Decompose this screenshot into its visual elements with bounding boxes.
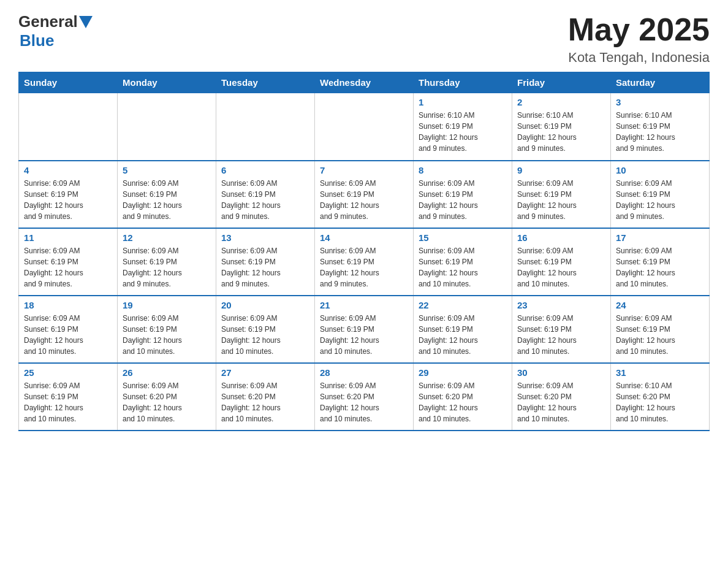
calendar-cell: 30Sunrise: 6:09 AMSunset: 6:20 PMDayligh… bbox=[512, 363, 611, 431]
calendar-cell: 8Sunrise: 6:09 AMSunset: 6:19 PMDaylight… bbox=[414, 161, 512, 228]
calendar-cell: 12Sunrise: 6:09 AMSunset: 6:19 PMDayligh… bbox=[118, 228, 216, 296]
day-header-sunday: Sunday bbox=[19, 72, 118, 93]
day-info: Sunrise: 6:09 AMSunset: 6:19 PMDaylight:… bbox=[24, 178, 112, 222]
page-header: General Blue May 2025 Kota Tengah, Indon… bbox=[18, 12, 710, 66]
day-info: Sunrise: 6:09 AMSunset: 6:19 PMDaylight:… bbox=[221, 313, 309, 357]
calendar-cell: 9Sunrise: 6:09 AMSunset: 6:19 PMDaylight… bbox=[512, 161, 611, 228]
calendar-cell: 5Sunrise: 6:09 AMSunset: 6:19 PMDaylight… bbox=[118, 161, 216, 228]
day-number: 3 bbox=[616, 97, 704, 107]
day-header-saturday: Saturday bbox=[611, 72, 710, 93]
calendar-cell: 2Sunrise: 6:10 AMSunset: 6:19 PMDaylight… bbox=[512, 93, 611, 161]
logo-blue-text: Blue bbox=[20, 31, 54, 50]
day-number: 9 bbox=[517, 165, 605, 175]
calendar-header-row: SundayMondayTuesdayWednesdayThursdayFrid… bbox=[19, 72, 710, 93]
calendar-week-row: 18Sunrise: 6:09 AMSunset: 6:19 PMDayligh… bbox=[19, 296, 710, 363]
day-number: 13 bbox=[221, 232, 309, 243]
day-info: Sunrise: 6:10 AMSunset: 6:19 PMDaylight:… bbox=[419, 110, 507, 154]
day-info: Sunrise: 6:09 AMSunset: 6:19 PMDaylight:… bbox=[320, 178, 408, 222]
day-info: Sunrise: 6:09 AMSunset: 6:19 PMDaylight:… bbox=[419, 178, 507, 222]
day-header-monday: Monday bbox=[118, 72, 216, 93]
day-number: 28 bbox=[320, 367, 408, 378]
day-number: 29 bbox=[419, 367, 507, 378]
calendar-cell: 24Sunrise: 6:09 AMSunset: 6:19 PMDayligh… bbox=[611, 296, 710, 363]
day-info: Sunrise: 6:09 AMSunset: 6:19 PMDaylight:… bbox=[419, 245, 507, 289]
calendar-cell: 23Sunrise: 6:09 AMSunset: 6:19 PMDayligh… bbox=[512, 296, 611, 363]
day-number: 30 bbox=[517, 367, 605, 378]
day-number: 19 bbox=[123, 300, 211, 310]
calendar-cell: 4Sunrise: 6:09 AMSunset: 6:19 PMDaylight… bbox=[19, 161, 118, 228]
calendar-cell: 3Sunrise: 6:10 AMSunset: 6:19 PMDaylight… bbox=[611, 93, 710, 161]
day-number: 2 bbox=[517, 97, 605, 107]
day-number: 27 bbox=[221, 367, 309, 378]
day-number: 5 bbox=[123, 165, 211, 175]
calendar-cell: 6Sunrise: 6:09 AMSunset: 6:19 PMDaylight… bbox=[216, 161, 315, 228]
day-number: 21 bbox=[320, 300, 408, 310]
day-header-friday: Friday bbox=[512, 72, 611, 93]
day-number: 11 bbox=[24, 232, 112, 243]
day-number: 16 bbox=[517, 232, 605, 243]
day-info: Sunrise: 6:09 AMSunset: 6:20 PMDaylight:… bbox=[517, 380, 605, 424]
calendar-cell: 15Sunrise: 6:09 AMSunset: 6:19 PMDayligh… bbox=[414, 228, 512, 296]
day-info: Sunrise: 6:09 AMSunset: 6:19 PMDaylight:… bbox=[221, 245, 309, 289]
calendar-cell: 14Sunrise: 6:09 AMSunset: 6:19 PMDayligh… bbox=[315, 228, 414, 296]
day-info: Sunrise: 6:09 AMSunset: 6:19 PMDaylight:… bbox=[24, 380, 112, 424]
day-number: 1 bbox=[419, 97, 507, 107]
month-title: May 2025 bbox=[568, 12, 710, 47]
day-info: Sunrise: 6:09 AMSunset: 6:20 PMDaylight:… bbox=[320, 380, 408, 424]
calendar-cell: 10Sunrise: 6:09 AMSunset: 6:19 PMDayligh… bbox=[611, 161, 710, 228]
calendar-cell: 31Sunrise: 6:10 AMSunset: 6:20 PMDayligh… bbox=[611, 363, 710, 431]
day-info: Sunrise: 6:09 AMSunset: 6:19 PMDaylight:… bbox=[24, 313, 112, 357]
day-info: Sunrise: 6:09 AMSunset: 6:19 PMDaylight:… bbox=[419, 313, 507, 357]
calendar-cell bbox=[216, 93, 315, 161]
calendar-week-row: 11Sunrise: 6:09 AMSunset: 6:19 PMDayligh… bbox=[19, 228, 710, 296]
calendar-cell: 20Sunrise: 6:09 AMSunset: 6:19 PMDayligh… bbox=[216, 296, 315, 363]
day-info: Sunrise: 6:09 AMSunset: 6:19 PMDaylight:… bbox=[221, 178, 309, 222]
day-number: 25 bbox=[24, 367, 112, 378]
day-number: 18 bbox=[24, 300, 112, 310]
day-info: Sunrise: 6:09 AMSunset: 6:19 PMDaylight:… bbox=[123, 313, 211, 357]
day-info: Sunrise: 6:10 AMSunset: 6:19 PMDaylight:… bbox=[616, 110, 704, 154]
day-info: Sunrise: 6:09 AMSunset: 6:19 PMDaylight:… bbox=[320, 313, 408, 357]
calendar-cell: 18Sunrise: 6:09 AMSunset: 6:19 PMDayligh… bbox=[19, 296, 118, 363]
calendar-cell: 7Sunrise: 6:09 AMSunset: 6:19 PMDaylight… bbox=[315, 161, 414, 228]
calendar-cell: 29Sunrise: 6:09 AMSunset: 6:20 PMDayligh… bbox=[414, 363, 512, 431]
day-header-thursday: Thursday bbox=[414, 72, 512, 93]
day-number: 20 bbox=[221, 300, 309, 310]
day-number: 6 bbox=[221, 165, 309, 175]
day-info: Sunrise: 6:09 AMSunset: 6:20 PMDaylight:… bbox=[123, 380, 211, 424]
day-info: Sunrise: 6:10 AMSunset: 6:19 PMDaylight:… bbox=[517, 110, 605, 154]
day-info: Sunrise: 6:09 AMSunset: 6:19 PMDaylight:… bbox=[517, 245, 605, 289]
calendar-cell: 16Sunrise: 6:09 AMSunset: 6:19 PMDayligh… bbox=[512, 228, 611, 296]
day-info: Sunrise: 6:09 AMSunset: 6:19 PMDaylight:… bbox=[616, 178, 704, 222]
calendar-cell: 1Sunrise: 6:10 AMSunset: 6:19 PMDaylight… bbox=[414, 93, 512, 161]
logo-general-text: General bbox=[18, 12, 78, 31]
day-info: Sunrise: 6:09 AMSunset: 6:20 PMDaylight:… bbox=[419, 380, 507, 424]
day-info: Sunrise: 6:09 AMSunset: 6:19 PMDaylight:… bbox=[517, 313, 605, 357]
calendar-cell: 22Sunrise: 6:09 AMSunset: 6:19 PMDayligh… bbox=[414, 296, 512, 363]
title-block: May 2025 Kota Tengah, Indonesia bbox=[568, 12, 710, 66]
day-header-tuesday: Tuesday bbox=[216, 72, 315, 93]
day-info: Sunrise: 6:09 AMSunset: 6:19 PMDaylight:… bbox=[123, 245, 211, 289]
day-info: Sunrise: 6:09 AMSunset: 6:19 PMDaylight:… bbox=[24, 245, 112, 289]
day-number: 14 bbox=[320, 232, 408, 243]
calendar-table: SundayMondayTuesdayWednesdayThursdayFrid… bbox=[18, 72, 710, 431]
day-number: 15 bbox=[419, 232, 507, 243]
day-info: Sunrise: 6:09 AMSunset: 6:19 PMDaylight:… bbox=[616, 313, 704, 357]
calendar-cell: 21Sunrise: 6:09 AMSunset: 6:19 PMDayligh… bbox=[315, 296, 414, 363]
day-number: 26 bbox=[123, 367, 211, 378]
day-number: 22 bbox=[419, 300, 507, 310]
calendar-week-row: 1Sunrise: 6:10 AMSunset: 6:19 PMDaylight… bbox=[19, 93, 710, 161]
day-header-wednesday: Wednesday bbox=[315, 72, 414, 93]
day-info: Sunrise: 6:09 AMSunset: 6:19 PMDaylight:… bbox=[517, 178, 605, 222]
day-number: 12 bbox=[123, 232, 211, 243]
calendar-cell: 26Sunrise: 6:09 AMSunset: 6:20 PMDayligh… bbox=[118, 363, 216, 431]
day-info: Sunrise: 6:09 AMSunset: 6:20 PMDaylight:… bbox=[221, 380, 309, 424]
day-info: Sunrise: 6:09 AMSunset: 6:19 PMDaylight:… bbox=[616, 245, 704, 289]
logo-arrow-icon bbox=[79, 16, 93, 28]
calendar-week-row: 25Sunrise: 6:09 AMSunset: 6:19 PMDayligh… bbox=[19, 363, 710, 431]
calendar-cell: 13Sunrise: 6:09 AMSunset: 6:19 PMDayligh… bbox=[216, 228, 315, 296]
calendar-cell bbox=[315, 93, 414, 161]
calendar-cell: 27Sunrise: 6:09 AMSunset: 6:20 PMDayligh… bbox=[216, 363, 315, 431]
calendar-cell: 17Sunrise: 6:09 AMSunset: 6:19 PMDayligh… bbox=[611, 228, 710, 296]
calendar-week-row: 4Sunrise: 6:09 AMSunset: 6:19 PMDaylight… bbox=[19, 161, 710, 228]
